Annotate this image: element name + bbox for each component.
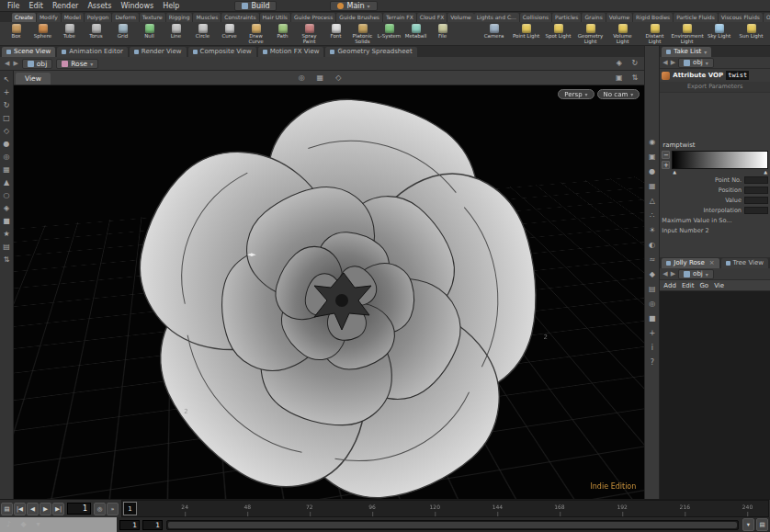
shelf-tab[interactable]: Volume [447, 13, 473, 22]
handles-display-icon[interactable]: + [647, 329, 657, 338]
shelf-tab[interactable]: Viscous Fluids [719, 13, 763, 22]
pose-tool-icon[interactable]: ● [2, 140, 12, 149]
view-tab[interactable]: View [16, 73, 51, 85]
pane-tab[interactable]: Render View [130, 47, 187, 57]
shelf-tab[interactable]: Cloud FX [417, 13, 447, 22]
shelf-tool[interactable]: Point Light [510, 22, 542, 45]
jump-start-button[interactable]: |◀ [14, 503, 26, 515]
shelf-tool[interactable]: Metaball [402, 22, 429, 45]
snap-tool-icon[interactable]: ◎ [2, 153, 12, 162]
prev-frame-button[interactable]: ◀ [27, 503, 39, 515]
shelf-tab[interactable]: Volume [606, 13, 632, 22]
view-tool-icon[interactable]: ○ [2, 191, 12, 200]
keyframe-tool-icon[interactable]: ▲ [2, 178, 12, 187]
shelf-tool[interactable]: Volume Light [606, 22, 639, 45]
shelf-tab[interactable]: Muscles [193, 13, 221, 22]
misc-tool-icon[interactable]: ⇅ [2, 255, 12, 265]
forward-icon[interactable]: ▶ [671, 270, 675, 277]
pane-tab[interactable]: Composite View [188, 47, 256, 57]
shelf-tab[interactable]: Rigid Bodies [633, 13, 673, 22]
lower-pane-tab[interactable]: Tree View [721, 258, 768, 268]
shelf-tool[interactable]: Spot Light [542, 22, 574, 45]
shelf-tool[interactable]: Font [323, 22, 349, 45]
points-display-icon[interactable]: ∴ [647, 211, 657, 221]
grid-snap-tool-icon[interactable]: ▦ [2, 165, 12, 175]
lower-pane-tab[interactable]: Jolly Rose× [662, 258, 719, 268]
shelf-tab[interactable]: Guide Brushes [336, 13, 382, 22]
close-icon[interactable]: × [709, 259, 715, 267]
shelf-tool[interactable]: Sky Light [703, 22, 735, 45]
range-options-button[interactable]: ▾ [742, 518, 754, 531]
shelf-tab[interactable]: Deform [112, 13, 138, 22]
rp-path-chip[interactable]: obj ▾ [678, 58, 714, 68]
history-icon-icon[interactable]: ↻ [629, 59, 640, 68]
timeline-ruler[interactable]: 1 24487296120144168192216240 [121, 500, 769, 517]
select-tool-icon[interactable]: ↖ [2, 75, 12, 85]
forward-icon[interactable]: ▶ [13, 60, 17, 67]
fog-display-icon[interactable]: ≈ [647, 255, 657, 265]
lasso-tool-icon[interactable]: ◈ [2, 204, 12, 213]
shelf-tab[interactable]: Grains [582, 13, 605, 22]
shelf-tab[interactable]: Particles [552, 13, 581, 22]
tab-take-list[interactable]: Take List ▾ [662, 47, 711, 57]
back-icon[interactable]: ◀ [662, 59, 667, 66]
next-frame-button[interactable]: ▶| [52, 503, 64, 515]
pane-tab[interactable]: Animation Editor [57, 47, 128, 57]
shelf-tab[interactable]: Create [12, 13, 36, 22]
ramp-gradient[interactable] [672, 151, 768, 169]
current-frame-field[interactable]: 1 [67, 503, 91, 515]
network-menu-edit[interactable]: Edit [682, 282, 695, 289]
shelf-tool[interactable]: Geometry Light [574, 22, 606, 45]
shelf-tool[interactable]: Path [269, 22, 296, 45]
menu-item-edit[interactable]: Edit [24, 2, 48, 10]
param-field[interactable] [744, 207, 768, 214]
shelf-tab[interactable]: Texture [140, 13, 165, 22]
menu-item-render[interactable]: Render [48, 2, 83, 10]
shelf-tool[interactable]: Torus [83, 22, 109, 45]
pin-display-icon[interactable]: ◉ [647, 138, 657, 147]
shelf-tool[interactable]: Line [163, 22, 189, 45]
pane-tab[interactable]: Motion FX View [258, 47, 324, 57]
shelf-tab[interactable]: Oceans... [764, 13, 770, 22]
snap-display-icon[interactable]: ◎ [647, 300, 657, 309]
ramp-remove-button[interactable]: − [662, 151, 670, 159]
network-canvas[interactable] [660, 291, 770, 499]
info-tool-icon[interactable]: ▤ [2, 243, 12, 252]
lock-display-icon[interactable]: ▣ [647, 153, 657, 162]
pane-tab[interactable]: Geometry Spreadsheet [325, 47, 416, 57]
shelf-tool[interactable]: Sun Light [735, 22, 767, 45]
network-menu-add[interactable]: Add [663, 282, 676, 289]
rotate-tool-icon[interactable]: ↻ [2, 101, 12, 110]
shelf-tool[interactable]: L-System [376, 22, 402, 45]
range-start-field[interactable]: 1 [119, 520, 140, 530]
help-display-icon[interactable]: ? [647, 358, 657, 368]
translate-tool-icon[interactable]: + [2, 88, 12, 97]
split-view-icon-icon[interactable]: ⇅ [629, 74, 640, 83]
current-frame-marker[interactable]: 1 [123, 502, 137, 515]
wireframe-display-icon[interactable]: ▦ [647, 182, 657, 191]
shelf-tab[interactable]: Guide Process [291, 13, 335, 22]
shelf-tool[interactable]: Curve [216, 22, 243, 45]
normals-display-icon[interactable]: △ [647, 197, 657, 206]
shelf-tab[interactable]: Rigging [166, 13, 193, 22]
rpl-path-chip[interactable]: obj ▾ [678, 269, 714, 279]
shelf-tool[interactable]: Circle [189, 22, 216, 45]
shelf-tool[interactable]: Grid [109, 22, 136, 45]
menu-item-assets[interactable]: Assets [83, 2, 116, 10]
export-parameters-section[interactable]: Export Parameters [660, 82, 770, 93]
shelf-tool[interactable]: Sphere [29, 22, 56, 45]
paint-tool-icon[interactable]: ★ [2, 230, 12, 239]
persp-selector[interactable]: Persp ▾ [558, 89, 594, 99]
shelf-tab[interactable]: Collisions [520, 13, 551, 22]
desktop-selector[interactable]: Build [234, 1, 277, 11]
shelf-tab[interactable]: Lights and C... [474, 13, 519, 22]
material-display-icon[interactable]: ◆ [647, 270, 657, 279]
playbar-options-icon-icon[interactable]: ▾ [33, 520, 43, 529]
info-display-icon[interactable]: i [647, 344, 657, 353]
lights-display-icon[interactable]: ☀ [647, 226, 657, 235]
brush-tool-icon[interactable]: ■ [2, 217, 12, 226]
shadows-display-icon[interactable]: ◐ [647, 241, 657, 250]
playbar-menu-button[interactable]: ▤ [1, 503, 13, 515]
menu-item-windows[interactable]: Windows [116, 2, 158, 10]
pane-tab[interactable]: Scene View [2, 47, 55, 57]
